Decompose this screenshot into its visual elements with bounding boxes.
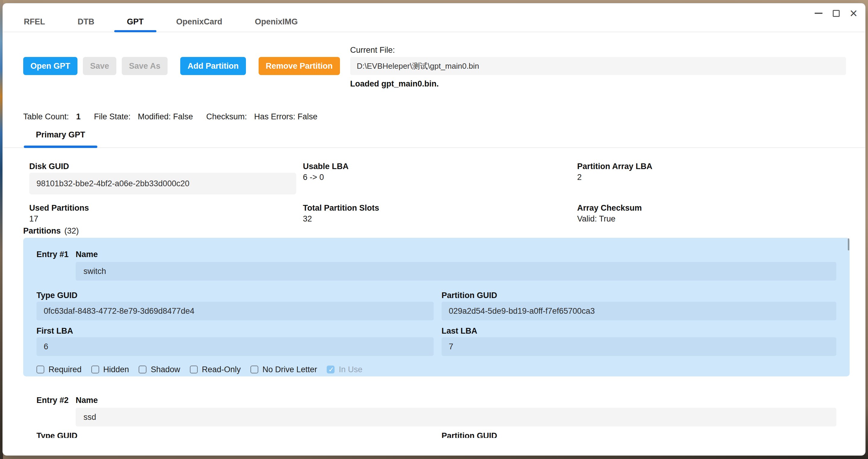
flag-required[interactable]: Required (36, 365, 82, 374)
entry-1-first-lba-label: First LBA (36, 327, 434, 335)
app-window: × RFEL DTB GPT OpenixCard OpenixIMG Open… (2, 3, 866, 456)
tab-openiximg[interactable]: OpenixIMG (255, 17, 298, 27)
flag-no-drive-letter[interactable]: No Drive Letter (250, 365, 317, 374)
table-count-label: Table Count: (23, 112, 69, 121)
entry-2-type-guid-label: Type GUID (36, 431, 434, 438)
flag-read-only[interactable]: Read-Only (190, 365, 241, 374)
flag-hidden[interactable]: Hidden (91, 365, 129, 374)
entry-1-name-input[interactable] (76, 262, 836, 281)
entry-1-head: Entry #1 Name (36, 250, 836, 259)
save-as-button[interactable]: Save As (122, 57, 167, 75)
open-gpt-button[interactable]: Open GPT (23, 57, 78, 75)
entry-1-last-lba-field: Last LBA (441, 327, 836, 356)
flag-shadow[interactable]: Shadow (138, 365, 180, 374)
close-icon: × (849, 7, 858, 19)
required-checkbox[interactable] (36, 366, 44, 373)
entry-1-type-guid-input[interactable] (36, 302, 434, 320)
scrollbar-thumb[interactable] (848, 238, 849, 250)
required-label: Required (49, 365, 82, 374)
window-controls: × (810, 7, 862, 20)
entry-1-partition-guid-input[interactable] (441, 302, 836, 320)
file-state-value: Modified: False (138, 112, 193, 121)
maximize-icon (833, 10, 840, 17)
array-checksum-field: Array Checksum Valid: True (577, 204, 846, 223)
entry-1-partition-guid-label: Partition GUID (441, 291, 836, 300)
disk-guid-field: Disk GUID (29, 162, 303, 194)
entry-2-partition-guid-label: Partition GUID (441, 431, 836, 438)
current-file-box: Current File: Loaded gpt_main0.bin. (350, 45, 846, 88)
in-use-label: In Use (339, 365, 362, 374)
hidden-checkbox[interactable] (91, 366, 99, 373)
entry-1-lba-row: First LBA Last LBA (36, 327, 836, 356)
close-button[interactable]: × (845, 7, 862, 20)
minimize-button[interactable] (810, 7, 827, 20)
partition-entry-2[interactable]: Entry #2 Name Type GUID Partition GUID (23, 384, 849, 438)
read-only-label: Read-Only (202, 365, 241, 374)
shadow-label: Shadow (151, 365, 180, 374)
toolbar-buttons: Open GPT Save Save As Add Partition Remo… (23, 57, 340, 88)
entry-2-guid-row: Type GUID Partition GUID (36, 431, 836, 438)
partitions-count: (32) (64, 226, 79, 235)
tab-dtb[interactable]: DTB (78, 17, 95, 27)
toolbar-row: Open GPT Save Save As Add Partition Remo… (23, 45, 846, 88)
entry-1-flags: Required Hidden Shadow Read-Only No Driv… (36, 365, 836, 374)
in-use-checkbox[interactable] (327, 366, 335, 373)
entry-2-label: Entry #2 (36, 396, 76, 405)
shadow-checkbox[interactable] (138, 366, 147, 373)
entry-1-first-lba-input[interactable] (36, 337, 434, 356)
tab-primary-gpt[interactable]: Primary GPT (24, 130, 97, 147)
used-partitions-label: Used Partitions (29, 204, 303, 212)
status-bar: Table Count: 1 File State: Modified: Fal… (23, 112, 865, 121)
entry-1-first-lba-field: First LBA (36, 327, 434, 356)
disk-guid-label: Disk GUID (29, 162, 303, 171)
used-partitions-value: 17 (29, 214, 303, 223)
entry-1-name-label: Name (76, 250, 98, 259)
total-partition-slots-value: 32 (303, 214, 577, 223)
gpt-table-tabbar: Primary GPT (3, 130, 865, 148)
total-partition-slots-label: Total Partition Slots (303, 204, 577, 212)
hidden-label: Hidden (103, 365, 129, 374)
no-drive-letter-label: No Drive Letter (262, 365, 317, 374)
checksum-label: Checksum: (206, 112, 247, 121)
entry-2-type-guid-field: Type GUID (36, 431, 434, 438)
checksum-value: Has Errors: False (254, 112, 317, 121)
entry-1-partition-guid-field: Partition GUID (441, 291, 836, 320)
usable-lba-label: Usable LBA (303, 162, 577, 171)
total-partition-slots-field: Total Partition Slots 32 (303, 204, 577, 223)
read-only-checkbox[interactable] (190, 366, 198, 373)
usable-lba-value: 6 -> 0 (303, 173, 577, 182)
maximize-button[interactable] (827, 7, 845, 20)
partition-entry-1[interactable]: Entry #1 Name Type GUID Partition GUID F… (23, 238, 849, 376)
file-state-label: File State: (94, 112, 131, 121)
tab-rfel[interactable]: RFEL (24, 17, 45, 27)
table-count-value: 1 (76, 112, 81, 121)
usable-lba-field: Usable LBA 6 -> 0 (303, 162, 577, 194)
add-partition-button[interactable]: Add Partition (180, 57, 246, 75)
entry-1-last-lba-input[interactable] (441, 337, 836, 356)
tab-openixcard[interactable]: OpenixCard (176, 17, 222, 27)
no-drive-letter-checkbox[interactable] (250, 366, 258, 373)
tab-gpt[interactable]: GPT (127, 17, 144, 27)
loaded-message: Loaded gpt_main0.bin. (350, 79, 846, 88)
entry-2-name-input[interactable] (76, 408, 836, 426)
entry-2-name-label: Name (76, 396, 98, 405)
entry-2-partition-guid-field: Partition GUID (441, 431, 836, 438)
array-checksum-label: Array Checksum (577, 204, 846, 212)
used-partitions-field: Used Partitions 17 (29, 204, 303, 223)
current-file-input[interactable] (350, 57, 846, 75)
save-button[interactable]: Save (83, 57, 116, 75)
entry-1-guid-row: Type GUID Partition GUID (36, 291, 836, 320)
partition-array-lba-field: Partition Array LBA 2 (577, 162, 846, 194)
entry-2-head: Entry #2 Name (36, 396, 836, 405)
disk-guid-input[interactable] (29, 173, 296, 194)
partition-array-lba-label: Partition Array LBA (577, 162, 846, 171)
current-file-label: Current File: (350, 45, 846, 55)
partitions-title-text: Partitions (23, 226, 61, 235)
main-tabbar: RFEL DTB GPT OpenixCard OpenixIMG (3, 3, 865, 32)
array-checksum-value: Valid: True (577, 214, 846, 223)
partition-array-lba-value: 2 (577, 173, 846, 182)
partitions-scroll-area[interactable]: Entry #1 Name Type GUID Partition GUID F… (23, 238, 849, 438)
entry-1-label: Entry #1 (36, 250, 76, 259)
remove-partition-button[interactable]: Remove Partition (258, 57, 340, 75)
flag-in-use[interactable]: In Use (327, 365, 362, 374)
